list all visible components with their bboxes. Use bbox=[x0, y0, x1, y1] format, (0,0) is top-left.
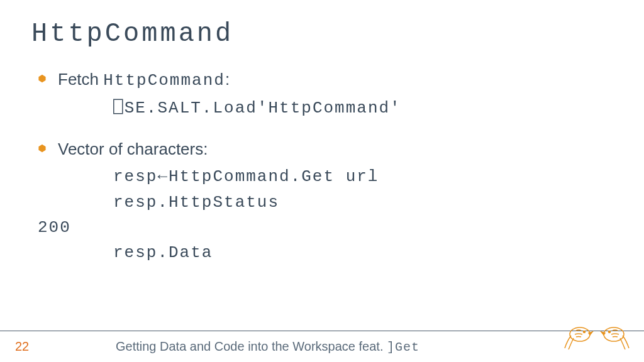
bullet-text-suffix: : bbox=[225, 70, 230, 89]
footer-text-mono: ]Get bbox=[387, 340, 419, 354]
code-line: resp.Data bbox=[38, 241, 613, 264]
footer-title: Getting Data and Code into the Workspace… bbox=[116, 339, 419, 354]
slide: HttpCommand Fetch HttpCommand: ⎕SE.SALT.… bbox=[0, 0, 644, 362]
code-line: ⎕SE.SALT.Load'HttpCommand' bbox=[38, 97, 613, 119]
slide-footer: 22 Getting Data and Code into the Worksp… bbox=[0, 331, 644, 362]
page-number: 22 bbox=[15, 339, 53, 354]
bullet-label: Fetch HttpCommand: bbox=[58, 68, 230, 92]
code-line: resp.HttpStatus bbox=[38, 191, 613, 214]
svg-point-3 bbox=[584, 331, 586, 333]
bullet-label: Vector of characters: bbox=[58, 138, 208, 160]
bullet-text-prefix: Vector of characters: bbox=[58, 140, 208, 158]
bullet-item: Vector of characters: bbox=[38, 138, 613, 160]
slide-title: HttpCommand bbox=[31, 19, 613, 49]
svg-marker-1 bbox=[38, 144, 45, 152]
hexagon-bullet-icon bbox=[38, 144, 47, 153]
svg-point-5 bbox=[609, 331, 611, 333]
bullet-item: Fetch HttpCommand: bbox=[38, 68, 613, 92]
svg-marker-0 bbox=[38, 75, 45, 83]
bullet-text-mono: HttpCommand bbox=[103, 71, 225, 90]
spacer bbox=[38, 123, 613, 138]
code-line: resp←HttpCommand.Get url bbox=[38, 165, 613, 188]
output-line: 200 bbox=[38, 216, 613, 239]
footer-text-prefix: Getting Data and Code into the Workspace… bbox=[116, 339, 387, 353]
hexagon-bullet-icon bbox=[38, 74, 47, 83]
bullet-text-prefix: Fetch bbox=[58, 70, 103, 89]
slide-content: Fetch HttpCommand: ⎕SE.SALT.Load'HttpCom… bbox=[31, 68, 613, 265]
dyalog-birds-logo-icon bbox=[562, 317, 631, 354]
